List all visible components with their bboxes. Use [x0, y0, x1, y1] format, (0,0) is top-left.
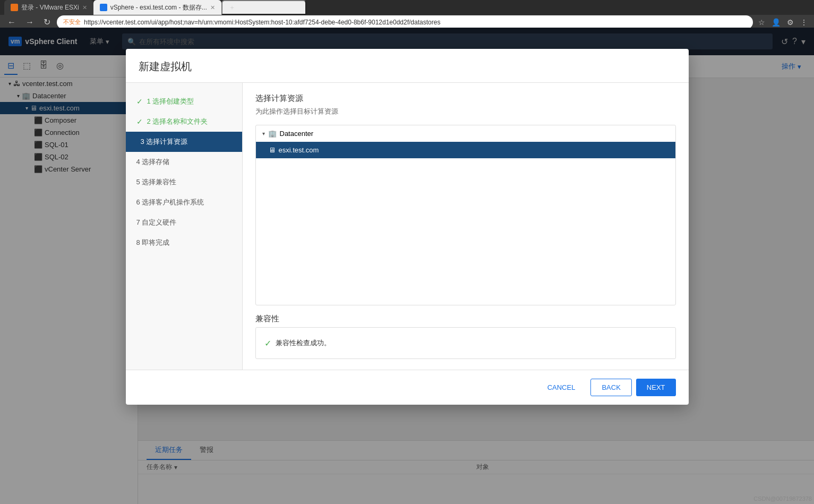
- compatibility-title: 兼容性: [255, 314, 676, 324]
- tab-close-1[interactable]: ✕: [82, 4, 87, 11]
- modal-steps: ✓ 1 选择创建类型 ✓ 2 选择名称和文件夹 3 选择计算资源 4 选择存储 …: [126, 83, 243, 370]
- cancel-button[interactable]: CANCEL: [536, 379, 587, 396]
- modal-main-content: 选择计算资源 为此操作选择目标计算资源 ▾ 🏢 Datacenter 🖥 esx…: [243, 83, 689, 370]
- browser-chrome: 登录 - VMware ESXi ✕ vSphere - esxi.test.c…: [0, 0, 814, 28]
- step-1-check-icon: ✓: [136, 97, 143, 106]
- extensions-icon[interactable]: ⚙: [785, 16, 796, 29]
- step-6-label: 6 选择客户机操作系统: [136, 198, 204, 207]
- modal-header: 新建虚拟机: [126, 49, 689, 83]
- tab-close-2[interactable]: ✕: [210, 4, 215, 11]
- compatibility-box: ✓ 兼容性检查成功。: [255, 327, 676, 359]
- step-5-label: 5 选择兼容性: [136, 177, 177, 187]
- compat-check-icon: ✓: [264, 338, 271, 348]
- step-1[interactable]: ✓ 1 选择创建类型: [126, 91, 242, 112]
- browser-toolbar-icons: ☆ 👤 ⚙ ⋮: [756, 16, 810, 29]
- step-2-check-icon: ✓: [136, 117, 143, 126]
- host-tree-icon: 🖥: [269, 146, 276, 154]
- bookmark-icon[interactable]: ☆: [756, 16, 767, 29]
- step-5[interactable]: 5 选择兼容性: [126, 172, 242, 192]
- step-4-label: 4 选择存储: [136, 157, 170, 167]
- compat-text: 兼容性检查成功。: [276, 338, 331, 348]
- step-8-label: 8 即将完成: [136, 238, 170, 247]
- compatibility-section: 兼容性 ✓ 兼容性检查成功。: [255, 314, 676, 359]
- back-nav-button[interactable]: ←: [4, 15, 19, 29]
- back-button[interactable]: BACK: [590, 379, 631, 396]
- resource-tree[interactable]: ▾ 🏢 Datacenter 🖥 esxi.test.com: [255, 125, 676, 305]
- modal-overlay: 新建虚拟机 ✓ 1 选择创建类型 ✓ 2 选择名称和文件夹 3 选择计算资源 4: [0, 28, 814, 504]
- next-button[interactable]: NEXT: [636, 379, 676, 396]
- resource-host-label: esxi.test.com: [279, 146, 319, 154]
- step-7-label: 7 自定义硬件: [136, 218, 177, 227]
- section-title: 选择计算资源: [255, 93, 676, 104]
- new-tab-button[interactable]: ＋: [221, 0, 306, 15]
- step-4[interactable]: 4 选择存储: [126, 152, 242, 172]
- forward-nav-button[interactable]: →: [22, 15, 37, 29]
- new-vm-modal: 新建虚拟机 ✓ 1 选择创建类型 ✓ 2 选择名称和文件夹 3 选择计算资源 4: [126, 49, 689, 405]
- browser-tab-2[interactable]: vSphere - esxi.test.com - 数据存... ✕: [93, 0, 221, 15]
- step-7[interactable]: 7 自定义硬件: [126, 212, 242, 233]
- step-6[interactable]: 6 选择客户机操作系统: [126, 192, 242, 212]
- modal-title: 新建虚拟机: [139, 59, 676, 74]
- profile-icon[interactable]: 👤: [769, 16, 783, 29]
- step-2[interactable]: ✓ 2 选择名称和文件夹: [126, 112, 242, 132]
- step-3-label: 3 选择计算资源: [141, 137, 188, 147]
- watermark: CSDN@00719872378: [753, 496, 812, 502]
- security-warning: 不安全: [63, 18, 81, 26]
- refresh-button[interactable]: ↻: [40, 15, 54, 29]
- step-2-label: 2 选择名称和文件夹: [147, 117, 208, 126]
- url-text: https://vcenter.test.com/ui/app/host;nav…: [84, 19, 747, 26]
- modal-body: ✓ 1 选择创建类型 ✓ 2 选择名称和文件夹 3 选择计算资源 4 选择存储 …: [126, 83, 689, 370]
- tab-label-1: 登录 - VMware ESXi: [21, 3, 79, 12]
- tab-favicon-2: [100, 4, 107, 11]
- resource-datacenter-label: Datacenter: [280, 130, 314, 138]
- tab-label-2: vSphere - esxi.test.com - 数据存...: [110, 3, 207, 12]
- datacenter-tree-icon: 🏢: [268, 130, 277, 138]
- step-3[interactable]: 3 选择计算资源: [126, 132, 242, 152]
- resource-esxi-host[interactable]: 🖥 esxi.test.com: [256, 142, 675, 158]
- modal-footer: CANCEL BACK NEXT: [126, 370, 689, 405]
- step-1-label: 1 选择创建类型: [147, 97, 194, 106]
- menu-icon[interactable]: ⋮: [798, 16, 810, 29]
- step-8[interactable]: 8 即将完成: [126, 233, 242, 253]
- datacenter-arrow-icon: ▾: [262, 131, 265, 136]
- tab-favicon-1: [11, 4, 18, 11]
- section-desc: 为此操作选择目标计算资源: [255, 107, 676, 116]
- browser-tab-1[interactable]: 登录 - VMware ESXi ✕: [4, 0, 93, 15]
- address-bar[interactable]: 不安全 https://vcenter.test.com/ui/app/host…: [57, 15, 753, 29]
- browser-tabs: 登录 - VMware ESXi ✕ vSphere - esxi.test.c…: [0, 0, 814, 15]
- browser-toolbar: ← → ↻ 不安全 https://vcenter.test.com/ui/ap…: [0, 15, 814, 29]
- resource-datacenter[interactable]: ▾ 🏢 Datacenter: [256, 125, 675, 142]
